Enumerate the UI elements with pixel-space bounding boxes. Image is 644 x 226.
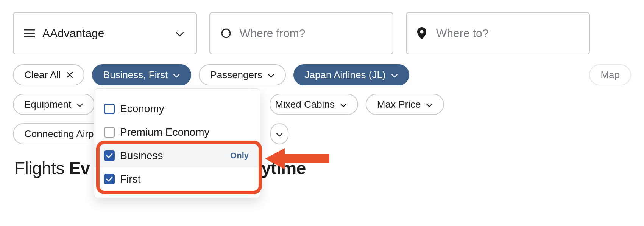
option-label: Economy [120, 103, 164, 115]
passengers-filter[interactable]: Passengers [199, 64, 285, 85]
filters-row-1: Clear All Business, First Passengers Jap… [0, 54, 644, 85]
headline-bold1: Ev [69, 158, 90, 178]
chevron-down-icon [268, 69, 274, 81]
destination-input[interactable]: Where to? [406, 12, 590, 54]
cabin-filter-label: Business, First [103, 69, 168, 81]
checkbox-icon[interactable] [104, 127, 115, 138]
cabin-dropdown: Economy Premium Economy Business Only Fi… [94, 88, 260, 198]
passengers-label: Passengers [210, 69, 262, 81]
cabin-option-premium-economy[interactable]: Premium Economy [94, 121, 260, 144]
chevron-down-icon [340, 99, 347, 110]
clear-all-button[interactable]: Clear All [13, 64, 84, 85]
airline-label: Japan Airlines (JL) [305, 69, 386, 81]
program-select[interactable]: AAdvantage [13, 12, 197, 54]
chevron-down-icon [426, 99, 433, 110]
chevron-down-icon [76, 99, 83, 110]
cabin-option-first[interactable]: First [94, 167, 260, 191]
svg-point-0 [222, 29, 230, 37]
destination-placeholder: Where to? [436, 27, 488, 40]
connecting-airports-filter[interactable]: Connecting Airp [13, 123, 105, 144]
circle-icon [221, 28, 235, 39]
map-button[interactable]: Map [589, 64, 631, 85]
equipment-label: Equipment [24, 99, 71, 110]
option-label: Business [120, 150, 163, 162]
headline-prefix: Flights [14, 158, 69, 178]
search-row: AAdvantage Where from? Where to? [0, 0, 644, 54]
chevron-down-icon [173, 69, 180, 81]
max-price-filter[interactable]: Max Price [366, 94, 444, 115]
program-label: AAdvantage [42, 27, 104, 40]
menu-icon [24, 29, 39, 37]
clear-all-label: Clear All [24, 69, 61, 81]
checkbox-checked-icon[interactable] [104, 174, 115, 184]
origin-placeholder: Where from? [240, 27, 305, 40]
option-label: First [120, 173, 140, 185]
mixed-cabins-filter[interactable]: Mixed Cabins [270, 94, 358, 115]
cabin-filter[interactable]: Business, First [92, 64, 192, 85]
map-label: Map [600, 69, 620, 81]
checkbox-checked-icon[interactable] [104, 150, 115, 161]
pin-icon [417, 27, 432, 39]
option-label: Premium Economy [120, 126, 210, 138]
connecting-label: Connecting Airp [24, 128, 94, 140]
origin-input[interactable]: Where from? [209, 12, 393, 54]
equipment-filter[interactable]: Equipment [13, 94, 95, 115]
airline-filter[interactable]: Japan Airlines (JL) [293, 64, 409, 85]
chevron-down-icon [391, 69, 398, 81]
checkbox-icon[interactable] [104, 104, 115, 114]
unknown-filter[interactable] [270, 123, 288, 144]
only-button[interactable]: Only [230, 151, 249, 161]
chevron-down-icon [176, 27, 184, 40]
cabin-option-economy[interactable]: Economy [94, 97, 260, 121]
cabin-option-business[interactable]: Business Only [94, 144, 260, 167]
max-price-label: Max Price [377, 99, 421, 110]
close-icon [66, 69, 73, 81]
mixed-cabins-label: Mixed Cabins [275, 99, 335, 110]
chevron-down-icon [276, 128, 283, 140]
